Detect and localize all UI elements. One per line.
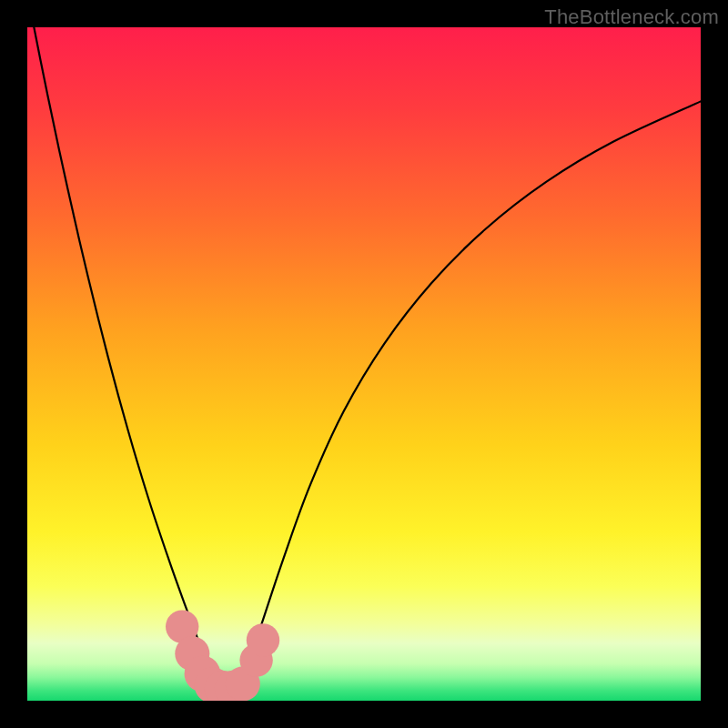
- marker-dot: [247, 623, 279, 656]
- gradient-background: [27, 27, 701, 701]
- chart-svg: [27, 27, 701, 701]
- plot-area: [27, 27, 701, 701]
- watermark-text: TheBottleneck.com: [544, 5, 719, 29]
- chart-frame: TheBottleneck.com: [0, 0, 728, 728]
